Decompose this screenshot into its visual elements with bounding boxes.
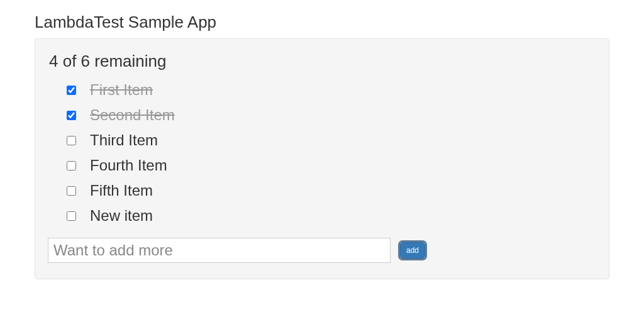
list-item: New item: [48, 203, 596, 228]
list-item: Fifth Item: [48, 178, 596, 203]
todo-label: Fifth Item: [90, 182, 153, 199]
todo-checkbox[interactable]: [67, 136, 76, 145]
todo-checkbox[interactable]: [67, 86, 76, 95]
todo-label: Second Item: [90, 106, 175, 124]
todo-label: Fourth Item: [90, 157, 167, 174]
list-item: Second Item: [48, 103, 596, 128]
app-title: LambdaTest Sample App: [35, 13, 609, 32]
todo-checkbox[interactable]: [67, 161, 76, 170]
add-button[interactable]: add: [400, 242, 425, 259]
add-input[interactable]: [48, 238, 391, 263]
add-row: add: [48, 238, 596, 263]
todo-label: First Item: [90, 81, 153, 99]
todo-label: New item: [90, 207, 153, 225]
todo-label: Third Item: [90, 131, 158, 149]
todo-panel: 4 of 6 remaining First Item Second Item …: [35, 38, 609, 279]
todo-checkbox[interactable]: [67, 111, 76, 120]
todo-checkbox[interactable]: [67, 211, 76, 221]
todo-list: First Item Second Item Third Item Fourth…: [48, 77, 596, 228]
todo-checkbox[interactable]: [67, 186, 76, 196]
list-item: Third Item: [48, 128, 596, 153]
remaining-count: 4 of 6 remaining: [48, 52, 596, 71]
list-item: First Item: [48, 77, 596, 103]
list-item: Fourth Item: [48, 153, 596, 178]
